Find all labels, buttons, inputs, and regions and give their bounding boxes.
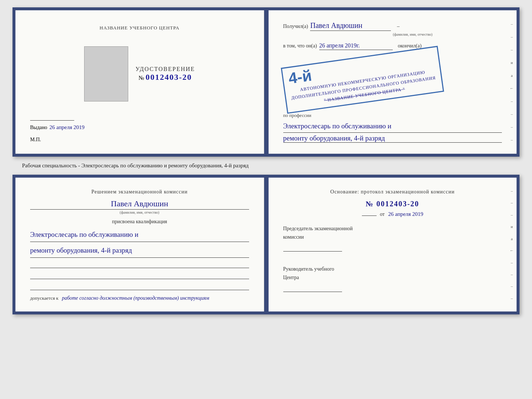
bottom-left-page: Решением экзаменационной комиссии Павел … — [15, 178, 264, 311]
top-left-page: НАЗВАНИЕ УЧЕБНОГО ЦЕНТРА УДОСТОВЕРЕНИЕ №… — [15, 10, 264, 154]
photo-placeholder — [84, 46, 128, 101]
issued-date: 26 апреля 2019 — [50, 124, 85, 131]
blank-line-1 — [30, 259, 249, 268]
top-document: НАЗВАНИЕ УЧЕБНОГО ЦЕНТРА УДОСТОВЕРЕНИЕ №… — [12, 7, 520, 157]
blank-line-3 — [30, 281, 249, 290]
fio-label-top: (фамилия, имя, отчество) — [324, 32, 502, 36]
bottom-document: Решением экзаменационной комиссии Павел … — [12, 175, 520, 314]
recipient-name: Павел Авдюшин — [310, 21, 391, 31]
top-center-title: НАЗВАНИЕ УЧЕБНОГО ЦЕНТРА — [100, 25, 179, 31]
qualification-line1: Электрослесарь по обслуживанию и — [30, 228, 249, 242]
ot-date: 26 апреля 2019 — [388, 211, 423, 217]
right-edge-dashes-top: – – – и а ← – – – – — [508, 10, 515, 154]
page-wrapper: НАЗВАНИЕ УЧЕБНОГО ЦЕНТРА УДОСТОВЕРЕНИЕ №… — [7, 7, 525, 314]
commission-title: Решением экзаменационной комиссии — [30, 188, 249, 196]
допускается-line: допускается к работе согласно должностны… — [30, 295, 249, 301]
ot-line: от 26 апреля 2019 — [283, 211, 502, 217]
chairman-label2: комиссии — [283, 233, 502, 241]
protocol-number: № 0012403-20 — [283, 200, 502, 208]
top-spine — [264, 10, 269, 154]
допускается-value: работе согласно должностным (производств… — [62, 295, 209, 301]
okonchil: окончил(а) — [398, 43, 422, 49]
ot-label: от — [380, 211, 385, 217]
received-line: Получил(а) Павел Авдюшин – — [283, 21, 502, 31]
profession-section: по профессии Электрослесарь по обслужива… — [283, 113, 502, 143]
stamp-box: 4-й АВТОНОМНУЮ НЕКОММЕРЧЕСКУЮ ОРГАНИЗАЦИ… — [281, 46, 444, 114]
qualification-line2: ремонту оборудования, 4-й разряд — [30, 243, 249, 258]
mp-label: М.П. — [30, 137, 41, 143]
vtom-prefix: в том, что он(а) — [283, 43, 317, 49]
profession-line2: ремонту оборудования, 4-й разряд — [283, 134, 502, 143]
vtom-date: 26 апреля 2019г. — [319, 42, 393, 50]
chairman-label1: Председатель экзаменационной — [283, 225, 502, 233]
udostoverenie-label: УДОСТОВЕРЕНИЕ — [136, 66, 195, 72]
osnov-title: Основание: протокол экзаменационной коми… — [283, 188, 502, 196]
chairman-sig-line — [283, 244, 342, 252]
right-edge-dashes-bottom: – – – и а ← – – – – — [508, 178, 515, 311]
middle-text: Рабочая специальность - Электрослесарь п… — [7, 160, 525, 171]
person-name: Павел Авдюшин — [30, 199, 249, 209]
cert-number-block: УДОСТОВЕРЕНИЕ № 0012403-20 — [136, 66, 195, 82]
name-underline — [30, 209, 249, 210]
fio-label-bottom: (фамилия, имя, отчество) — [30, 210, 249, 214]
chairman-section: Председатель экзаменационной комиссии — [283, 225, 502, 254]
top-right-page: Получил(а) Павел Авдюшин – (фамилия, имя… — [269, 10, 517, 154]
director-label2: Центра — [283, 274, 502, 282]
director-sig-line — [283, 285, 342, 292]
bottom-spine — [264, 178, 269, 311]
vtom-line: в том, что он(а) 26 апреля 2019г. окончи… — [283, 42, 502, 50]
director-section: Руководитель учебного Центра — [283, 265, 502, 295]
blank-line-2 — [30, 270, 249, 279]
certificate-number: 0012403-20 — [145, 72, 192, 82]
number-prefix: № — [139, 75, 144, 81]
received-prefix: Получил(а) — [283, 24, 308, 29]
assigned-label: присвоена квалификация — [30, 219, 249, 225]
bottom-right-page: Основание: протокол экзаменационной коми… — [269, 178, 517, 311]
issued-label: Выдано — [30, 125, 47, 131]
допускается-label: допускается к — [30, 295, 58, 301]
profession-line1: Электрослесарь по обслуживанию и — [283, 120, 502, 133]
profession-label: по профессии — [283, 113, 502, 118]
signature-line — [30, 120, 74, 121]
director-label1: Руководитель учебного — [283, 265, 502, 273]
